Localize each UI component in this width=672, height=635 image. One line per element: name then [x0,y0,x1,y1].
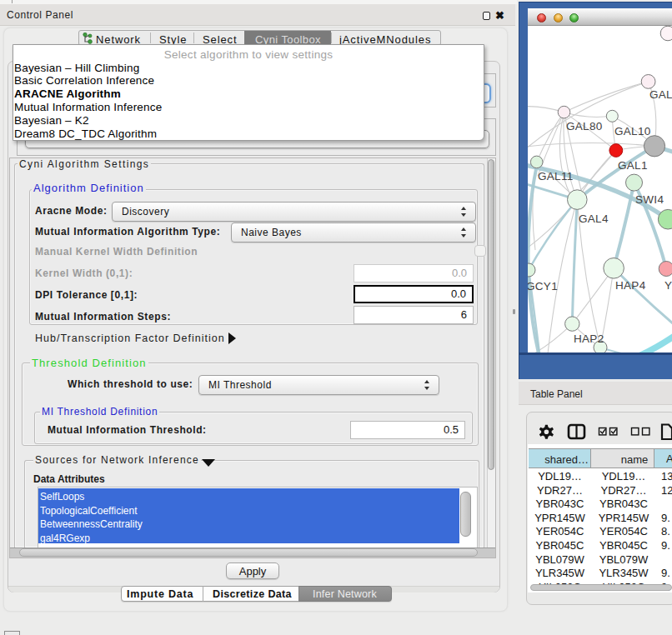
svg-text:GAL1: GAL1 [618,159,648,172]
svg-text:GAL80: GAL80 [566,120,603,132]
svg-text:HAP4: HAP4 [615,279,646,292]
svg-text:GAL10: GAL10 [614,125,651,138]
svg-text:SWI4: SWI4 [635,193,664,206]
svg-text:GAL4: GAL4 [579,212,609,225]
svg-text:GCY1: GCY1 [528,280,558,292]
svg-text:GAL11: GAL11 [538,170,574,182]
svg-text:GAL7: GAL7 [649,88,672,101]
svg-text:Y: Y [664,279,672,292]
svg-text:HAP2: HAP2 [574,332,604,345]
